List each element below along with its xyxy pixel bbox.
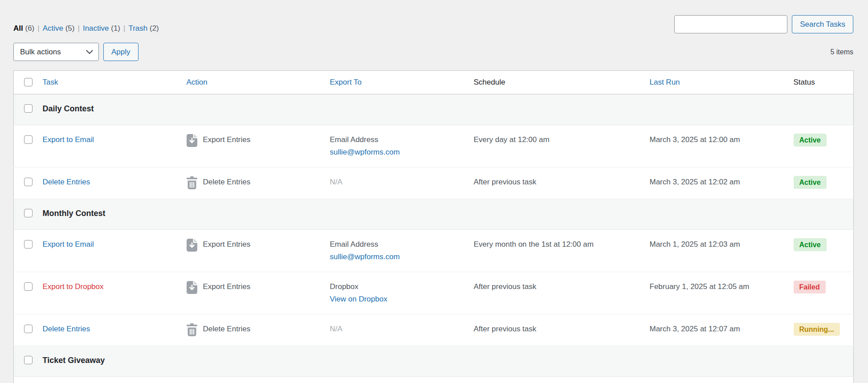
group-row: Ticket Giveaway [14,346,854,377]
trash-icon [187,323,197,336]
table-body: Daily Contest Export to Email Export Ent… [14,94,854,383]
export-to-primary: N/A [330,325,342,333]
schedule-text: After previous task [474,325,537,333]
task-name-link[interactable]: Export to Email [43,135,94,144]
table-header: Task Action Export To Schedule Last Run … [14,71,854,94]
schedule-text: Every month on the 1st at 12:00 am [474,240,594,249]
action-label: Export Entries [203,134,251,146]
status-badge: Active [794,176,827,189]
bulk-actions-select[interactable]: Bulk actions [13,43,99,61]
status-badge: Active [794,238,827,251]
column-header-task[interactable]: Task [38,71,182,94]
last-run-text: March 1, 2025 at 12:03 am [650,240,740,249]
filter-trash-link[interactable]: Trash [128,24,147,33]
actions-row: Bulk actions Apply 5 items [13,43,853,61]
task-name-link[interactable]: Export to Email [43,240,94,249]
column-header-export-to[interactable]: Export To [326,71,469,94]
table-row: Export to Email Export Entries Email Add… [14,230,854,272]
file-download-icon [187,281,197,294]
bulk-actions-wrap: Bulk actions Apply [13,43,139,61]
column-header-last-run[interactable]: Last Run [645,71,789,94]
export-to-primary: Dropbox [330,281,465,293]
group-title: Daily Contest [43,104,94,113]
column-header-action[interactable]: Action [182,71,326,94]
tasks-page: All (6)|Active (5)|Inactive (1)|Trash (2… [0,0,868,383]
export-to-link[interactable]: sullie@wpforms.com [330,251,465,263]
column-header-status: Status [789,71,854,94]
row-checkbox[interactable] [24,282,33,291]
filter-separator: | [77,24,79,33]
table-row: Delete Entries Delete Entries N/A After … [14,167,854,199]
filter-active-link[interactable]: Active [43,24,63,33]
search-input[interactable] [674,15,787,33]
status-filter-list: All (6)|Active (5)|Inactive (1)|Trash (2… [13,24,159,33]
row-checkbox[interactable] [24,135,33,144]
row-checkbox[interactable] [24,240,33,249]
filter-inactive-link[interactable]: Inactive [83,24,109,33]
filter-active-count: (5) [65,24,75,33]
search-tasks-button[interactable]: Search Tasks [792,15,853,33]
file-download-icon [187,239,197,252]
item-count: 5 items [830,48,853,56]
trash-icon [187,176,197,189]
table-row: Export to Email Export Entries Email Add… [14,125,854,167]
status-badge: Active [794,134,827,147]
last-run-text: March 3, 2025 at 12:02 am [650,178,740,186]
action-label: Delete Entries [203,176,251,188]
schedule-text: After previous task [474,178,537,186]
row-checkbox[interactable] [24,104,33,113]
schedule-text: Every day at 12:00 am [474,135,550,144]
last-run-text: March 3, 2025 at 12:00 am [650,135,740,144]
export-to-primary: Email Address [330,134,465,146]
status-badge: Running... [794,323,840,336]
row-checkbox[interactable] [24,178,33,186]
sort-action-link[interactable]: Action [187,78,208,86]
topbar: All (6)|Active (5)|Inactive (1)|Trash (2… [13,0,853,33]
table-row: Entry Automation Task Export Entries Ema… [14,377,854,383]
table-row: Export to Dropbox Export Entries Dropbox… [14,272,854,314]
tasks-table: Task Action Export To Schedule Last Run … [13,70,854,383]
select-all-checkbox[interactable] [24,78,33,86]
task-name-link[interactable]: Export to Dropbox [43,282,104,291]
sort-export-to-link[interactable]: Export To [330,78,362,86]
task-name-link[interactable]: Delete Entries [43,325,90,333]
group-row: Daily Contest [14,94,854,125]
last-run-text: March 3, 2025 at 12:07 am [650,325,740,333]
filter-separator: | [123,24,125,33]
filter-inactive[interactable]: Inactive (1) [83,24,120,33]
bulk-actions-selected-label: Bulk actions [20,48,61,57]
table-row: Delete Entries Delete Entries N/A After … [14,314,854,346]
action-label: Export Entries [203,238,251,251]
status-badge: Failed [794,281,826,293]
filter-all[interactable]: All (6) [13,24,34,33]
group-title: Ticket Giveaway [43,356,105,365]
group-title: Monthly Contest [43,209,106,218]
sort-task-link[interactable]: Task [43,78,58,86]
sort-last-run-link[interactable]: Last Run [650,78,680,86]
row-checkbox[interactable] [24,209,33,217]
schedule-text: After previous task [474,282,537,291]
apply-button[interactable]: Apply [103,43,139,61]
export-to-primary: N/A [330,178,342,186]
filter-all-label[interactable]: All [13,24,23,33]
filter-trash-count: (2) [150,24,159,33]
export-to-link[interactable]: View on Dropbox [330,293,465,306]
group-row: Monthly Contest [14,199,854,230]
filter-all-count: (6) [25,24,34,33]
action-label: Delete Entries [203,323,251,335]
export-to-primary: Email Address [330,238,465,251]
last-run-text: February 1, 2025 at 12:05 am [650,282,750,291]
filter-inactive-count: (1) [111,24,120,33]
column-header-schedule: Schedule [469,71,645,94]
filter-trash[interactable]: Trash (2) [128,24,159,33]
filter-active[interactable]: Active (5) [43,24,75,33]
task-name-link[interactable]: Delete Entries [43,178,90,186]
chevron-down-icon [86,50,93,54]
file-download-icon [187,134,197,147]
export-to-link[interactable]: sullie@wpforms.com [330,146,465,159]
action-label: Export Entries [203,281,251,293]
row-checkbox[interactable] [24,325,33,333]
filter-separator: | [37,24,39,33]
row-checkbox[interactable] [24,356,33,364]
search-form: Search Tasks [674,15,853,33]
